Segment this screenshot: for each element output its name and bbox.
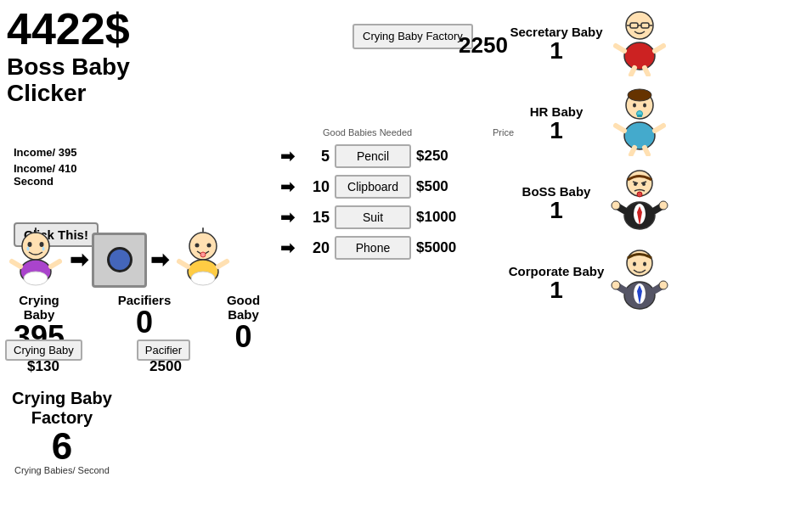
svg-point-14 <box>200 252 206 257</box>
pacifiers-label-col: Pacifiers 0 <box>115 293 174 338</box>
corporate-baby-info: Corporate Baby 1 <box>505 265 607 303</box>
shop-arrow-3: ➡ <box>280 238 301 258</box>
svg-point-53 <box>659 201 668 210</box>
svg-point-33 <box>643 104 646 108</box>
income-second: Income/ 410 Second <box>7 160 83 189</box>
shop-row-0: ➡ 5 Pencil $250 <box>280 144 544 168</box>
svg-point-55 <box>633 262 636 267</box>
shop-num-1: 10 <box>306 178 330 196</box>
shop-item-pencil[interactable]: Pencil <box>335 144 411 168</box>
boss-baby-entry: BoSS Baby 1 <box>505 168 811 239</box>
corporate-baby-count: 1 <box>550 278 563 302</box>
shop-item-phone[interactable]: Phone <box>335 236 411 260</box>
svg-line-40 <box>645 148 648 154</box>
svg-point-13 <box>207 244 211 248</box>
svg-line-38 <box>655 126 663 131</box>
right-panel: Secretary Baby 1 <box>505 8 811 328</box>
boss-baby-count: 1 <box>550 199 563 222</box>
factory-title-text: Crying Baby Factory <box>363 30 463 42</box>
shop-section: Good Babies Needed Price ➡ 5 Pencil $250… <box>280 127 544 267</box>
svg-rect-35 <box>637 115 642 117</box>
svg-point-25 <box>624 42 655 70</box>
svg-point-32 <box>633 104 636 108</box>
pacifier-price: 2500 <box>127 358 204 375</box>
svg-point-62 <box>612 281 620 289</box>
factory-section: Crying BabyFactory 6 Crying Babies/ Seco… <box>5 389 112 475</box>
secretary-baby-count: 1 <box>550 39 563 63</box>
svg-line-37 <box>616 126 624 131</box>
svg-point-45 <box>642 182 646 186</box>
svg-line-17 <box>179 261 188 267</box>
factory-main-count: 2250 <box>459 32 508 59</box>
svg-point-63 <box>659 281 668 289</box>
shop-arrow-0: ➡ <box>280 146 301 166</box>
boss-baby-figure <box>611 168 668 239</box>
shop-row-3: ➡ 20 Phone $5000 <box>280 236 544 260</box>
svg-point-3 <box>40 242 44 247</box>
svg-point-7 <box>24 272 48 285</box>
svg-point-5 <box>42 247 45 251</box>
corporate-baby-entry: Corporate Baby 1 <box>505 248 811 319</box>
svg-line-8 <box>12 261 20 267</box>
svg-point-16 <box>191 272 215 285</box>
arrow-from-machine: ➡ <box>150 247 169 273</box>
factory-label: Crying BabyFactory <box>12 389 112 428</box>
shop-price-1: $500 <box>416 178 476 195</box>
hr-baby-count: 1 <box>550 119 563 143</box>
svg-line-28 <box>631 68 634 75</box>
hr-baby-figure <box>611 88 668 160</box>
svg-line-26 <box>616 46 624 51</box>
svg-point-31 <box>628 89 651 101</box>
arrow-to-machine: ➡ <box>70 247 88 273</box>
shop-price-2: $1000 <box>416 209 476 226</box>
factory-sub: Crying Babies/ Second <box>12 465 112 475</box>
corporate-baby-figure <box>611 248 668 319</box>
svg-point-0 <box>22 233 49 260</box>
hr-baby-info: HR Baby 1 <box>505 105 607 143</box>
crying-baby-figure <box>5 227 66 292</box>
shop-row-1: ➡ 10 Clipboard $500 <box>280 175 544 199</box>
shop-num-3: 20 <box>306 239 330 257</box>
shop-arrow-1: ➡ <box>280 177 301 197</box>
machine-figure <box>92 233 147 288</box>
shop-header: Good Babies Needed Price <box>280 127 544 141</box>
hr-baby-entry: HR Baby 1 <box>505 88 811 160</box>
secretary-baby-info: Secretary Baby 1 <box>505 25 607 64</box>
shop-item-suit[interactable]: Suit <box>335 205 411 229</box>
svg-point-44 <box>634 182 637 186</box>
svg-line-29 <box>645 68 648 75</box>
svg-point-46 <box>637 192 642 197</box>
svg-line-9 <box>51 261 59 267</box>
crying-baby-price: $130 <box>5 358 82 375</box>
svg-point-12 <box>195 244 200 248</box>
svg-point-2 <box>28 242 32 247</box>
shop-item-clipboard[interactable]: Clipboard <box>335 175 411 199</box>
factory-count: 6 <box>12 428 112 465</box>
shop-arrow-2: ➡ <box>280 207 301 227</box>
svg-point-36 <box>624 122 655 149</box>
secretary-baby-figure <box>611 8 668 80</box>
svg-line-39 <box>631 148 634 154</box>
shop-header-needed: Good Babies Needed <box>323 127 459 137</box>
svg-point-52 <box>612 201 620 210</box>
income-click: Income/ 395 <box>7 144 83 160</box>
good-baby-label-col: Good Baby 0 <box>211 293 275 352</box>
shop-row-2: ➡ 15 Suit $1000 <box>280 205 544 229</box>
svg-point-4 <box>27 247 30 251</box>
svg-point-56 <box>643 262 646 267</box>
boss-baby-info: BoSS Baby 1 <box>505 185 607 223</box>
svg-line-27 <box>655 46 663 51</box>
good-baby-figure <box>172 227 234 292</box>
shop-price-0: $250 <box>416 148 476 165</box>
svg-line-18 <box>218 261 227 267</box>
shop-num-2: 15 <box>306 209 330 227</box>
shop-num-0: 5 <box>306 148 330 166</box>
factory-title-button[interactable]: Crying Baby Factory <box>352 24 473 49</box>
shop-price-3: $5000 <box>416 239 476 256</box>
secretary-baby-entry: Secretary Baby 1 <box>505 8 811 80</box>
